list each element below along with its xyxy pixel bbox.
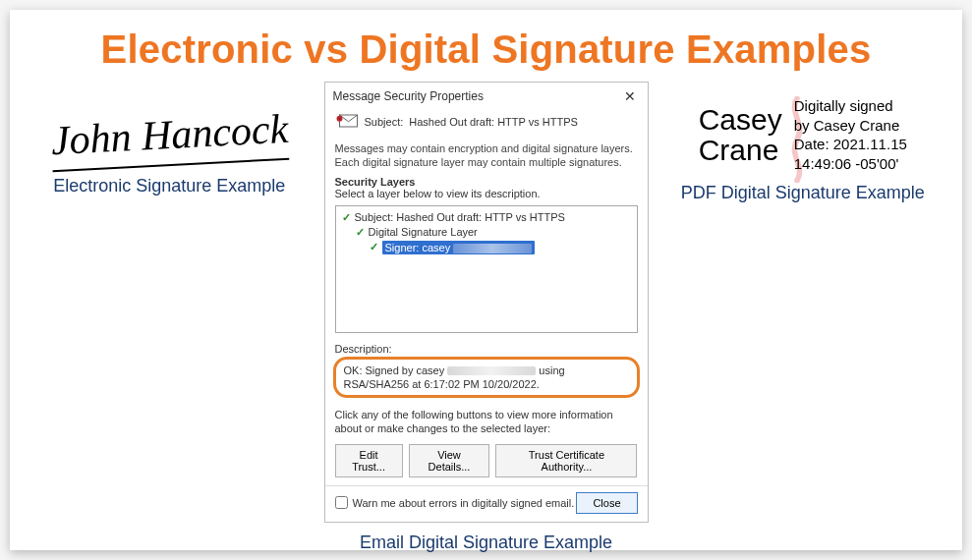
description-label: Description: (325, 339, 648, 357)
button-row: Edit Trust... View Details... Trust Cert… (325, 440, 648, 485)
pdf-line2: by Casey Crane (794, 116, 907, 136)
columns: John Hancock Electronic Signature Exampl… (25, 82, 947, 553)
warn-checkbox-label: Warn me about errors in digitally signed… (353, 497, 575, 509)
redacted-text (453, 244, 532, 253)
warn-checkbox[interactable] (335, 496, 348, 509)
subject-label: Subject: (365, 116, 404, 128)
pdf-sig-caption: PDF Digital Signature Example (681, 183, 925, 203)
subject-value: Hashed Out draft: HTTP vs HTTPS (409, 116, 578, 128)
warn-checkbox-wrap[interactable]: Warn me about errors in digitally signed… (335, 496, 575, 509)
tree-node-layer[interactable]: ✓ Digital Signature Layer (342, 225, 631, 240)
close-button[interactable]: Close (576, 492, 637, 514)
email-sig-caption: Email Digital Signature Example (360, 532, 612, 553)
pdf-signature-block: Casey Crane Digitally signed by Casey Cr… (699, 96, 907, 173)
trust-ca-button[interactable]: Trust Certificate Authority... (495, 444, 637, 477)
check-icon: ✓ (370, 241, 378, 253)
pdf-signer-name: Casey Crane (699, 104, 782, 166)
email-sig-column: Message Security Properties ✕ Subject: H… (324, 82, 649, 553)
subject-row: Subject: Hashed Out draft: HTTP vs HTTPS (325, 110, 648, 138)
dialog-bottom-row: Warn me about errors in digitally signed… (325, 485, 648, 522)
pdf-signature-details: Digitally signed by Casey Crane Date: 20… (790, 96, 907, 173)
security-layers-tree[interactable]: ✓ Subject: Hashed Out draft: HTTP vs HTT… (335, 205, 638, 333)
electronic-sig-caption: Electronic Signature Example (53, 176, 285, 196)
edit-trust-button[interactable]: Edit Trust... (335, 444, 403, 477)
pdf-line4: 14:49:06 -05'00' (794, 154, 907, 174)
check-icon: ✓ (356, 226, 365, 239)
pdf-line1: Digitally signed (794, 96, 907, 116)
tree-node-label: Subject: Hashed Out draft: HTTP vs HTTPS (355, 211, 565, 223)
pdf-sig-column: Casey Crane Digitally signed by Casey Cr… (658, 96, 948, 203)
close-icon[interactable]: ✕ (620, 88, 640, 104)
tree-node-signer[interactable]: ✓ Signer: casey (342, 240, 631, 255)
security-layers-heading: Security Layers (325, 174, 648, 188)
sealed-envelope-icon (335, 112, 359, 132)
pdf-line3: Date: 2021.11.15 (794, 135, 907, 154)
pdf-details-wrap: Digitally signed by Casey Crane Date: 20… (790, 96, 907, 173)
signer-prefix: Signer: casey (385, 242, 451, 253)
dialog-title: Message Security Properties (333, 89, 484, 103)
dialog-titlebar: Message Security Properties ✕ (325, 83, 648, 110)
svg-point-2 (338, 118, 340, 120)
description-prefix: OK: Signed by casey (344, 364, 445, 376)
slide: Electronic vs Digital Signature Examples… (10, 10, 962, 550)
handwritten-signature: John Hancock (49, 105, 289, 173)
more-info-text: Click any of the following buttons to vi… (325, 404, 648, 440)
tree-node-subject[interactable]: ✓ Subject: Hashed Out draft: HTTP vs HTT… (342, 210, 631, 225)
pdf-name-line1: Casey (699, 104, 782, 136)
check-icon: ✓ (342, 211, 351, 224)
electronic-sig-column: John Hancock Electronic Signature Exampl… (25, 111, 314, 196)
redacted-text (447, 366, 536, 375)
view-details-button[interactable]: View Details... (409, 444, 490, 477)
pdf-name-line2: Crane (699, 135, 782, 166)
description-box: OK: Signed by casey using RSA/SHA256 at … (333, 357, 640, 399)
page-title: Electronic vs Digital Signature Examples (25, 28, 947, 72)
select-layer-instruction: Select a layer below to view its descrip… (325, 188, 648, 203)
tree-node-selected: Signer: casey (382, 241, 536, 254)
tree-node-label: Digital Signature Layer (369, 226, 478, 238)
info-text: Messages may contain encryption and digi… (325, 138, 648, 174)
message-security-dialog: Message Security Properties ✕ Subject: H… (324, 82, 649, 523)
